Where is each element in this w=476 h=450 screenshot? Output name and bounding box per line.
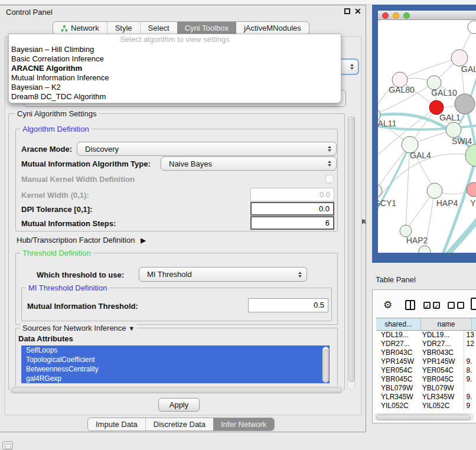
mi-threshold-field[interactable]: 0.5 — [248, 298, 328, 312]
export-table-icon[interactable] — [471, 298, 476, 310]
float-window-icon[interactable] — [344, 8, 350, 14]
deselect-all-checkbox-icon-2[interactable] — [457, 302, 464, 309]
table-cell: YBL079W — [418, 384, 464, 393]
table-cell: 9 — [464, 402, 476, 410]
manual-kernel-label: Manual Kernel Width Definition — [21, 175, 135, 184]
scrollbar-thumb[interactable] — [348, 116, 355, 382]
table-body: YDL19...YDL19...13YDR27...YDR27...12YBR0… — [376, 331, 476, 412]
screen: Control Panel ✕ Network Style Select Cyn… — [0, 0, 476, 450]
deselect-all-checkbox-icon[interactable] — [448, 302, 455, 309]
network-node[interactable] — [468, 21, 476, 34]
algorithm-option[interactable]: Dream8 DC_TDC Algorithm — [9, 92, 341, 102]
network-node-label: HAP2 — [406, 236, 428, 245]
apply-button[interactable]: Apply — [158, 398, 200, 412]
minimize-traffic-light[interactable] — [393, 12, 399, 19]
settings-horizontal-scrollbar[interactable] — [9, 386, 344, 393]
tab-label: Network — [71, 22, 99, 35]
zoom-traffic-light[interactable] — [403, 12, 410, 19]
table-row[interactable]: YLR345WYLR345W9. — [376, 393, 476, 402]
tab-jactivemnodules[interactable]: jActiveMNodules — [236, 22, 309, 34]
table-cell: YIL052C — [418, 402, 464, 410]
column-header-partial[interactable] — [472, 318, 476, 331]
hub-definition-expander[interactable]: Hub/Transcription Factor Definition ▶ — [17, 236, 146, 244]
dpi-tolerance-field[interactable]: 0.0 — [250, 202, 334, 216]
table-row[interactable]: YBL079WYBL079W — [376, 384, 476, 393]
table-row[interactable]: YER054CYER054C8. — [376, 366, 476, 375]
tab-select[interactable]: Select — [140, 22, 177, 34]
table-row[interactable]: YBR043CYBR043C — [376, 348, 476, 357]
data-attribute-item[interactable]: TopologicalCoefficient — [21, 355, 330, 364]
attributes-list-scrollbar[interactable] — [322, 347, 329, 383]
table-cell: YPR145W — [418, 357, 464, 366]
tab-impute-data[interactable]: Impute Data — [88, 418, 145, 431]
data-attribute-item[interactable]: gal4RGexp — [21, 374, 330, 383]
tab-infer-network[interactable]: Infer Network — [213, 418, 274, 431]
sources-title-row[interactable]: Sources for Network Inference ▼ — [20, 324, 137, 332]
table-row[interactable]: YIL052CYIL052C9 — [376, 402, 476, 410]
table-row[interactable]: YDL19...YDL19...13 — [376, 331, 476, 340]
network-node-gal[interactable] — [451, 50, 468, 66]
network-node-label: GAL4 — [410, 151, 431, 160]
scrollbar-thumb[interactable] — [376, 415, 471, 420]
which-threshold-combobox[interactable]: MI Threshold — [139, 267, 307, 282]
tab-network[interactable]: Network — [53, 22, 107, 34]
tab-cyni-toolbox[interactable]: Cyni Toolbox — [177, 22, 236, 34]
close-traffic-light[interactable] — [382, 12, 389, 19]
tab-discretize-data[interactable]: Discretize Data — [145, 418, 213, 431]
network-nodes: GALGAL80GAL10GAL1GAL11SWI4GAL4GCY1HAP4YH… — [378, 21, 476, 253]
kernel-width-field[interactable]: 0.0 — [250, 188, 334, 201]
algorithm-dropdown-popup: Select algorithm to view settings Bayesi… — [8, 34, 341, 103]
table-horizontal-scrollbar[interactable] — [374, 413, 474, 420]
data-attributes-list: SelfLoopsTopologicalCoefficientBetweenne… — [21, 345, 330, 383]
network-node[interactable] — [419, 246, 431, 253]
network-node[interactable] — [465, 144, 476, 167]
table-row[interactable]: YPR145WYPR145W9. — [376, 357, 476, 366]
scrollbar-thumb[interactable] — [324, 350, 329, 382]
table-panel-title: Table Panel — [376, 275, 416, 284]
data-attribute-item[interactable]: BetweennessCentrality — [21, 364, 330, 374]
tab-label: jActiveMNodules — [244, 22, 301, 35]
aracne-mode-combobox[interactable]: Discovery — [77, 142, 337, 156]
algorithm-option[interactable]: Basic Correlation Inference — [9, 54, 341, 64]
network-canvas[interactable]: GALGAL80GAL10GAL1GAL11SWI4GAL4GCY1HAP4YH… — [378, 21, 476, 253]
algorithm-option[interactable]: Bayesian – K2 — [9, 83, 341, 92]
algorithm-option[interactable]: Mutual Information Inference — [9, 73, 341, 83]
select-all-checkbox-icon-2[interactable]: ✓ — [433, 302, 440, 309]
combo-spinner-icon — [298, 272, 302, 278]
tab-style[interactable]: Style — [107, 22, 140, 34]
column-header-shared-name[interactable]: shared... — [376, 318, 421, 331]
data-attributes-label: Data Attributes — [18, 334, 73, 343]
expand-right-icon[interactable]: ▶ — [141, 236, 146, 244]
mi-threshold-label: Mutual Information Threshold: — [27, 302, 138, 311]
algorithm-definition-title: Algorithm Definition — [20, 125, 92, 133]
table-row[interactable]: YBR045CYBR045C9. — [376, 375, 476, 384]
network-node-hap4[interactable] — [427, 183, 442, 198]
mi-threshold-title: MI Threshold Definition — [26, 283, 109, 292]
column-header-name[interactable]: name — [421, 318, 472, 331]
table-cell: YBR043C — [376, 348, 418, 357]
data-attribute-item[interactable]: SelfLoops — [21, 345, 330, 355]
algorithm-option[interactable]: Bayesian – Hill Climbing — [9, 45, 341, 54]
columns-icon[interactable] — [405, 300, 415, 310]
close-icon[interactable]: ✕ — [354, 6, 361, 16]
mi-steps-field[interactable]: 6 — [250, 216, 334, 230]
network-node-label: GAL11 — [378, 119, 396, 128]
table-settings-button[interactable]: ⚙ — [383, 299, 392, 311]
table-cell: YLR345W — [376, 393, 418, 402]
table-row[interactable]: YDR27...YDR27...12 — [376, 340, 476, 348]
table-cell: 13 — [464, 331, 476, 340]
collapse-down-icon[interactable]: ▼ — [128, 325, 135, 332]
mi-type-combobox[interactable]: Naive Bayes — [161, 156, 337, 171]
select-all-checkbox-icon[interactable]: ✓ — [423, 302, 431, 309]
settings-vertical-scrollbar[interactable] — [347, 113, 355, 390]
table-cell: YDL19... — [376, 331, 418, 340]
network-node-hap2[interactable] — [400, 225, 412, 237]
manual-kernel-checkbox[interactable] — [325, 175, 334, 183]
network-node[interactable] — [455, 94, 475, 114]
network-node-swi4[interactable] — [446, 122, 461, 138]
network-node-gcy1[interactable] — [378, 184, 382, 197]
scrollbar-thumb[interactable] — [11, 387, 342, 393]
table-cell: 9. — [464, 393, 476, 402]
algorithm-option[interactable]: ARACNE Algorithm — [9, 64, 341, 73]
dock-panel-icon[interactable] — [2, 441, 13, 450]
